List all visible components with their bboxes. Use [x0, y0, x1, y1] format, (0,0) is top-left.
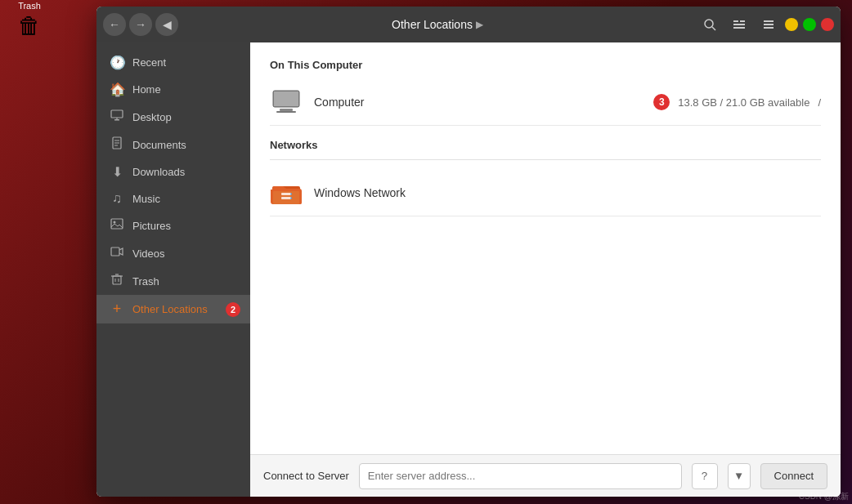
file-manager-window: ← → ◀ Other Locations ▶	[96, 7, 841, 497]
svg-rect-6	[764, 20, 774, 22]
location-title: Other Locations	[392, 18, 473, 31]
svg-point-17	[114, 221, 116, 224]
svg-rect-16	[111, 219, 123, 229]
dropdown-button[interactable]: ▼	[728, 463, 751, 489]
nav-up-button[interactable]: ◀	[155, 13, 178, 36]
sidebar-label-music: Music	[132, 193, 160, 205]
svg-rect-2	[733, 20, 738, 22]
computer-label: Computer	[314, 96, 642, 109]
titlebar-actions	[697, 11, 782, 38]
sidebar-item-pictures[interactable]: Pictures	[96, 212, 250, 239]
titlebar: ← → ◀ Other Locations ▶	[96, 7, 841, 42]
computer-mount: /	[818, 96, 821, 109]
svg-rect-5	[733, 27, 745, 29]
home-icon: 🏠	[110, 82, 124, 97]
sidebar-label-documents: Documents	[132, 139, 186, 151]
computer-info: 3 13.8 GB / 21.0 GB available /	[653, 94, 821, 110]
window-controls	[785, 18, 834, 31]
watermark: CSDN @涤新	[799, 491, 849, 502]
titlebar-location: Other Locations ▶	[182, 18, 693, 31]
desktop-icon	[110, 109, 124, 125]
trash-sidebar-icon	[110, 273, 124, 289]
sidebar-item-recent[interactable]: 🕐 Recent	[96, 49, 250, 76]
search-button[interactable]	[697, 11, 723, 38]
location-arrow-icon: ▶	[476, 19, 483, 30]
sidebar: 🕐 Recent 🏠 Home Desktop	[96, 42, 250, 497]
downloads-icon: ⬇	[110, 164, 124, 180]
connect-button[interactable]: Connect	[760, 463, 827, 489]
sidebar-label-desktop: Desktop	[132, 111, 172, 123]
main-panel: On This Computer Computer 3 13.8 GB /	[250, 42, 841, 497]
sidebar-item-home[interactable]: 🏠 Home	[96, 76, 250, 103]
server-address-input[interactable]	[359, 463, 682, 489]
on-this-computer-title: On This Computer	[270, 59, 821, 71]
sidebar-label-downloads: Downloads	[132, 166, 185, 178]
sidebar-item-documents[interactable]: Documents	[96, 131, 250, 158]
music-icon: ♫	[110, 191, 124, 206]
svg-rect-8	[764, 27, 774, 29]
windows-network-label: Windows Network	[314, 186, 821, 199]
nav-forward-button[interactable]: →	[129, 13, 152, 36]
svg-rect-3	[740, 20, 745, 22]
pictures-icon	[110, 217, 124, 234]
search-icon	[703, 18, 716, 31]
windows-network-icon	[270, 176, 303, 209]
svg-rect-4	[733, 24, 745, 25]
svg-line-1	[712, 27, 715, 30]
content-area: 🕐 Recent 🏠 Home Desktop	[96, 42, 841, 497]
view-options-button[interactable]	[726, 11, 752, 38]
minimize-button[interactable]	[785, 18, 798, 31]
computer-icon-container	[270, 86, 303, 118]
other-locations-add-icon: +	[110, 301, 124, 318]
sidebar-item-desktop[interactable]: Desktop	[96, 103, 250, 131]
sidebar-item-videos[interactable]: Videos	[96, 239, 250, 267]
windows-network-item[interactable]: Windows Network	[270, 170, 821, 216]
svg-rect-19	[113, 276, 121, 284]
svg-rect-25	[274, 91, 298, 106]
svg-point-33	[290, 198, 292, 199]
networks-section: Networks	[270, 139, 821, 216]
svg-rect-27	[276, 111, 296, 113]
computer-storage: 13.8 GB / 21.0 GB available	[678, 96, 809, 109]
sidebar-item-trash[interactable]: Trash	[96, 267, 250, 295]
sidebar-label-recent: Recent	[132, 56, 166, 69]
sidebar-item-other-locations[interactable]: + Other Locations 2	[96, 295, 250, 323]
main-content: On This Computer Computer 3 13.8 GB /	[250, 42, 841, 454]
svg-rect-10	[114, 119, 119, 121]
sidebar-item-music[interactable]: ♫ Music	[96, 185, 250, 212]
sidebar-label-videos: Videos	[132, 248, 165, 260]
networks-title: Networks	[270, 139, 821, 151]
svg-rect-30	[281, 193, 291, 195]
menu-icon	[762, 18, 775, 31]
network-icon-container	[270, 176, 303, 209]
svg-rect-26	[280, 109, 293, 111]
dock: Trash 🗑	[0, 0, 59, 504]
bottom-bar: Connect to Server ? ▼ Connect	[250, 454, 841, 497]
dock-trash[interactable]: Trash 🗑	[10, 0, 49, 39]
close-button[interactable]	[821, 18, 834, 31]
svg-rect-9	[111, 110, 123, 118]
sidebar-item-downloads[interactable]: ⬇ Downloads	[96, 158, 250, 185]
nav-back-button[interactable]: ←	[103, 13, 126, 36]
connect-to-server-label: Connect to Server	[263, 470, 349, 482]
documents-icon	[110, 136, 124, 153]
sidebar-label-pictures: Pictures	[132, 220, 171, 232]
svg-point-0	[705, 20, 713, 28]
svg-rect-31	[281, 197, 291, 199]
sidebar-label-home: Home	[132, 83, 161, 96]
computer-badge: 3	[653, 94, 670, 110]
help-button[interactable]: ?	[692, 463, 718, 489]
networks-divider	[270, 159, 821, 160]
svg-rect-18	[111, 248, 119, 256]
svg-rect-7	[764, 24, 774, 25]
sidebar-label-other-locations: Other Locations	[132, 303, 208, 315]
view-options-icon	[733, 18, 746, 31]
computer-icon	[270, 86, 303, 118]
trash-label: Trash	[18, 1, 41, 11]
recent-icon: 🕐	[110, 55, 124, 70]
menu-button[interactable]	[756, 11, 782, 38]
svg-point-32	[290, 194, 292, 195]
maximize-button[interactable]	[803, 18, 816, 31]
computer-item[interactable]: Computer 3 13.8 GB / 21.0 GB available /	[270, 79, 821, 126]
trash-icon: 🗑	[18, 12, 41, 39]
